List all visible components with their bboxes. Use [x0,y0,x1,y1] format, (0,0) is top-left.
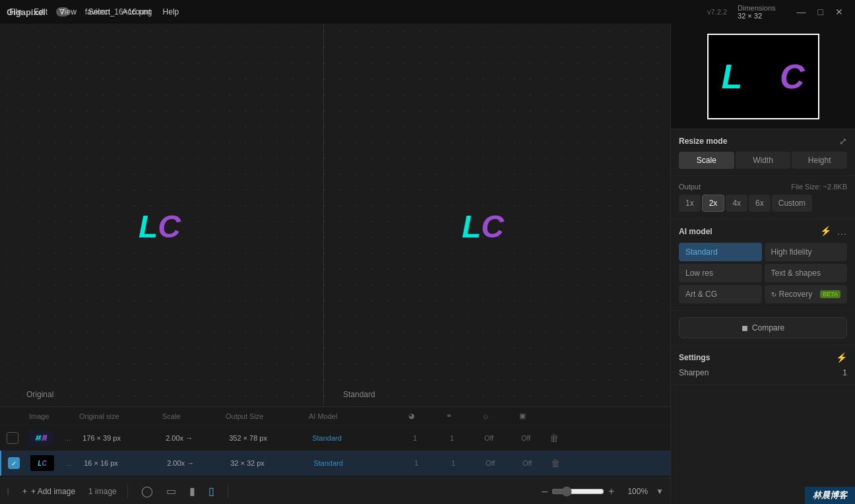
preview-thumbnail: L C [671,24,855,129]
compare-button[interactable]: ◼ Compare [679,317,847,338]
scale-1x-button[interactable]: 1x [679,195,701,212]
file-list-header: Image Original size Scale Output Size AI… [0,407,670,425]
file-list: Image Original size Scale Output Size AI… [0,406,670,478]
row-checkbox-2[interactable]: ✓ [8,457,20,469]
ai-lowres-button[interactable]: Low res [679,264,762,282]
row-menu-1[interactable]: ... [65,434,71,442]
plus-icon: + [22,487,27,496]
col-header-face: ☺ [472,412,499,420]
window-controls: — □ ✕ [792,5,848,18]
sharpen-label: Sharpen [679,368,709,377]
compare-section: ◼ Compare [671,311,855,346]
menu-select[interactable]: Select [83,5,115,19]
row-delete-2[interactable]: 🗑 [551,458,560,468]
menu-edit[interactable]: Edit [28,5,53,19]
scale-4x-button[interactable]: 4x [726,195,747,212]
ai-model-section: AI model ⚡ … Standard High fidelity Low … [671,219,855,311]
zoom-slider-area: – + [542,486,614,497]
add-image-label: + Add image [31,487,75,496]
row-menu-2[interactable]: ... [66,459,72,467]
beta-badge: BETA [820,290,840,298]
ai-highfidelity-button[interactable]: High fidelity [765,243,848,261]
separator-1 [127,485,128,498]
compare-label: Compare [752,323,784,332]
zoom-minus-icon[interactable]: – [542,486,548,497]
resize-icon[interactable]: ⤢ [839,136,847,146]
row-sharpen-1: 1 [439,434,465,442]
scale-button-group: 1x 2x 4x 6x Custom [679,195,847,212]
canvas-area[interactable]: LC LC Original Standard ⁝ + + Add image … [0,24,670,504]
menu-help[interactable]: Help [158,5,185,19]
sharpen-value: 1 [842,368,847,377]
ai-recovery-button[interactable]: ↻ Recovery BETA [765,285,848,303]
settings-flash-icon[interactable]: ⚡ [836,352,847,363]
col-header-ai: AI Model [309,412,388,420]
row-original-2: 16 × 16 px [84,459,156,467]
thumb-letter-l: L [722,57,743,96]
row-delete-1[interactable]: 🗑 [550,433,559,443]
ai-textshapes-button[interactable]: Text & shapes [765,264,848,282]
recovery-icon: ↻ [771,291,776,298]
settings-header: Settings ⚡ [679,352,847,363]
row-face-2: Off [477,459,503,467]
side-by-side-icon[interactable]: ▯ [206,482,217,500]
dimensions-header: Dimensions 32 × 32 [738,4,775,20]
split-view-icon[interactable]: ▮ [187,482,198,500]
row-sharpen-2: 1 [440,459,466,467]
col-header-film: ▣ [509,412,536,420]
resize-width-button[interactable]: Width [736,152,791,169]
resize-mode-header: Resize mode ⤢ [679,136,847,146]
row-face-1: Off [476,434,502,442]
lc-letter-l-right: L [462,209,481,244]
settings-title: Settings [679,353,710,362]
file-size-label: File Size: ~2.8KB [791,183,847,191]
col-header-scale: Scale [162,412,215,420]
menu-file[interactable]: File [4,5,27,19]
ai-artcg-button[interactable]: Art & CG [679,285,762,303]
zoom-plus-icon[interactable]: + [608,486,614,497]
ai-flash-icon[interactable]: ⚡ [820,226,831,237]
col-header-noise: ◕ [398,412,425,420]
right-panel: L C Resize mode ⤢ Scale Width Height Out… [670,24,855,504]
row-output-2: 32 × 32 px [230,459,303,467]
resize-button-group: Scale Width Height [679,152,847,169]
titlebar: Gigapixel 7 favicon_16×16.png v7.2.2 Dim… [0,0,855,24]
menu-view[interactable]: View [54,5,82,19]
output-section: Output File Size: ~2.8KB 1x 2x 4x 6x Cus… [671,176,855,219]
scale-custom-button[interactable]: Custom [772,195,812,212]
thumbnail-frame: L C [707,34,819,119]
add-image-button[interactable]: + + Add image [17,484,80,499]
resize-height-button[interactable]: Height [792,152,847,169]
table-row[interactable]: ✓ L C ... 16 × 16 px 2.00x → 32 × 32 px … [0,451,670,476]
close-button[interactable]: ✕ [830,5,848,18]
zoom-value: 100% [627,487,648,496]
col-header-image: Image [29,412,69,420]
zoom-dropdown-icon[interactable]: ▼ [656,487,664,496]
ai-standard-button[interactable]: Standard [679,243,762,261]
minimize-button[interactable]: — [792,5,811,18]
ai-model-icons: ⚡ … [820,226,847,237]
scale-2x-button[interactable]: 2x [702,195,725,212]
file-list-rows: 林 晨 ... 176 × 39 px 2.00x → 352 × 78 px … [0,425,670,478]
canvas-divider [323,24,324,405]
col-header-sharpen: ⚭ [435,412,462,420]
resize-scale-button[interactable]: Scale [679,152,734,169]
ai-more-icon[interactable]: … [837,226,847,237]
table-row[interactable]: 林 晨 ... 176 × 39 px 2.00x → 352 × 78 px … [0,425,670,451]
menu-account[interactable]: Account [117,5,156,19]
lc-letter-l-left: L [139,209,158,244]
row-film-1: Off [513,434,539,442]
capture-icon[interactable]: ◯ [139,482,156,500]
output-label: Output [679,183,701,191]
zoom-range-input[interactable] [552,486,604,497]
row-ai-1: Standard [312,434,391,442]
row-checkbox-1[interactable] [7,432,18,444]
output-header-row: Output File Size: ~2.8KB [679,183,847,191]
scale-6x-button[interactable]: 6x [749,195,771,212]
lc-logo-original: LC [139,208,181,245]
resize-mode-title: Resize mode [679,137,727,146]
row-scale-1: 2.00x → [166,434,218,442]
maximize-button[interactable]: □ [813,5,829,18]
single-view-icon[interactable]: ▭ [164,482,179,500]
compare-icon: ◼ [742,323,748,332]
